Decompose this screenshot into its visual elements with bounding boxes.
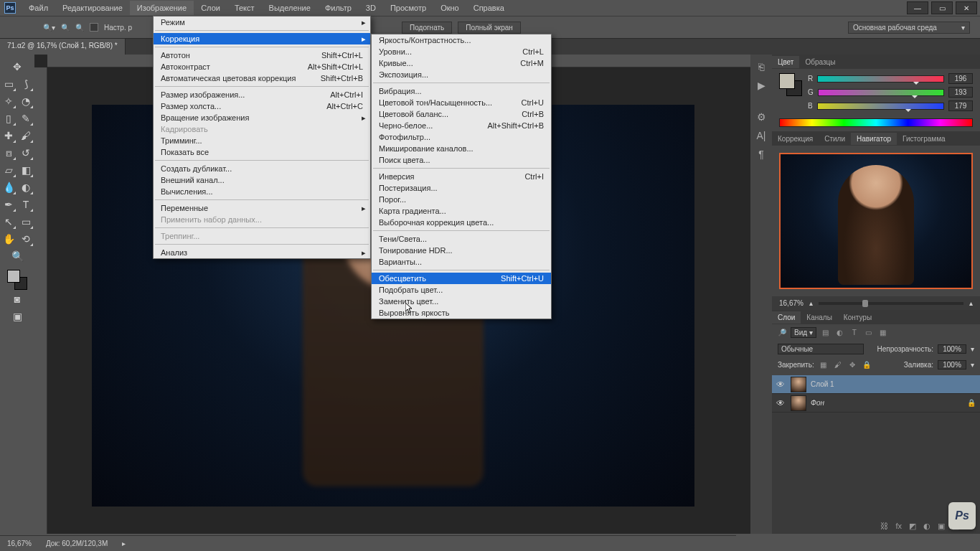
menu-item[interactable]: Выровнять яркость bbox=[372, 307, 551, 319]
zoom-out-small-icon[interactable]: ▴ bbox=[809, 299, 813, 307]
minimize-button[interactable]: — bbox=[907, 1, 928, 14]
shape-tool[interactable]: ▭ bbox=[18, 214, 34, 230]
paragraph-icon[interactable]: ¶ bbox=[755, 148, 768, 161]
channels-tab[interactable]: Каналы bbox=[801, 311, 838, 324]
menu-item[interactable]: Анализ▸ bbox=[154, 247, 370, 258]
opacity-value[interactable]: 100% bbox=[938, 344, 966, 354]
screenmode-icon[interactable]: ▣ bbox=[9, 309, 25, 324]
close-button[interactable]: ✕ bbox=[956, 1, 977, 14]
quickmask-icon[interactable]: ◙ bbox=[9, 291, 25, 307]
menu-item[interactable]: Вибрация... bbox=[372, 85, 551, 97]
menu-item[interactable]: Фотофильтр... bbox=[372, 131, 551, 143]
lasso-tool[interactable]: ⟆ bbox=[18, 76, 34, 92]
crop-tool[interactable]: ▯ bbox=[1, 110, 17, 126]
layer-item[interactable]: 👁 Слой 1 bbox=[772, 375, 980, 394]
adjustments-tab[interactable]: Коррекция bbox=[772, 133, 819, 145]
gradient-tool[interactable]: ◧ bbox=[18, 162, 34, 178]
filter-shape-icon[interactable]: ▭ bbox=[864, 329, 874, 336]
mask-icon[interactable]: ◩ bbox=[909, 522, 916, 531]
menu-item[interactable]: Яркость/Контрастность... bbox=[372, 34, 551, 46]
g-value[interactable]: 193 bbox=[948, 87, 973, 98]
paths-tab[interactable]: Контуры bbox=[838, 311, 877, 324]
actions-icon[interactable]: ▶ bbox=[755, 79, 768, 92]
histogram-tab[interactable]: Гистограмма bbox=[897, 133, 951, 145]
menu-изображение[interactable]: Изображение bbox=[130, 1, 194, 15]
swatches-tab[interactable]: Образцы bbox=[799, 56, 841, 68]
menu-окно[interactable]: Окно bbox=[433, 1, 466, 15]
eyedropper-tool[interactable]: ✎ bbox=[18, 110, 34, 126]
full-screen-button[interactable]: Полный экран bbox=[458, 22, 521, 34]
navigator-thumb[interactable] bbox=[779, 153, 973, 289]
menu-выделение[interactable]: Выделение bbox=[262, 1, 318, 15]
menu-слои[interactable]: Слои bbox=[194, 1, 227, 15]
stamp-tool[interactable]: ⧈ bbox=[1, 145, 17, 161]
fit-screen-button[interactable]: Подогнать bbox=[402, 22, 452, 34]
b-value[interactable]: 179 bbox=[948, 100, 973, 111]
visibility-icon[interactable]: 👁 bbox=[776, 398, 786, 408]
blur-tool[interactable]: 💧 bbox=[1, 179, 17, 195]
menu-текст[interactable]: Текст bbox=[227, 1, 262, 15]
menu-item[interactable]: Размер изображения...Alt+Ctrl+I bbox=[154, 89, 370, 100]
layers-tab[interactable]: Слои bbox=[772, 311, 801, 324]
menu-item[interactable]: Показать все bbox=[154, 146, 370, 158]
menu-справка[interactable]: Справка bbox=[466, 1, 512, 15]
menu-item[interactable]: Микширование каналов... bbox=[372, 143, 551, 154]
color-ramp[interactable] bbox=[779, 118, 973, 127]
document-tab[interactable]: 71.α2 @ 16,7% (Слой 1, RGB/8) * bbox=[0, 39, 126, 55]
fx-icon[interactable]: fx bbox=[895, 522, 902, 530]
group-icon[interactable]: ▣ bbox=[938, 522, 945, 531]
menu-файл[interactable]: Файл bbox=[22, 1, 55, 15]
menu-item[interactable]: Кривые...Ctrl+M bbox=[372, 57, 551, 69]
menu-item[interactable]: Цветовой тон/Насыщенность...Ctrl+U bbox=[372, 97, 551, 108]
lock-pixels-icon[interactable]: 🖌 bbox=[833, 361, 843, 369]
menu-просмотр[interactable]: Просмотр bbox=[383, 1, 433, 15]
menu-item[interactable]: Тримминг... bbox=[154, 135, 370, 146]
menu-item[interactable]: Размер холста...Alt+Ctrl+C bbox=[154, 100, 370, 112]
maximize-button[interactable]: ▭ bbox=[931, 1, 953, 14]
menu-item[interactable]: Карта градиента... bbox=[372, 205, 551, 217]
rotate-view-tool[interactable]: ⟲ bbox=[18, 231, 34, 247]
filter-adjust-icon[interactable]: ◐ bbox=[835, 329, 845, 336]
menu-item[interactable]: Уровни...Ctrl+L bbox=[372, 46, 551, 57]
menu-item[interactable]: Постеризация... bbox=[372, 182, 551, 194]
type-tool[interactable]: T bbox=[18, 197, 34, 212]
menu-item[interactable]: Режим▸ bbox=[154, 17, 370, 28]
r-value[interactable]: 196 bbox=[948, 73, 973, 84]
menu-item[interactable]: Переменные▸ bbox=[154, 202, 370, 214]
menu-item[interactable]: АвтоконтрастAlt+Shift+Ctrl+L bbox=[154, 61, 370, 72]
quick-select-tool[interactable]: ◔ bbox=[18, 93, 34, 109]
zoom-in-large-icon[interactable]: ▴ bbox=[969, 299, 973, 307]
menu-item[interactable]: ИнверсияCtrl+I bbox=[372, 171, 551, 182]
menu-item[interactable]: Тонирование HDR... bbox=[372, 245, 551, 256]
filter-kind-dropdown[interactable]: Вид ▾ bbox=[791, 327, 816, 338]
history-icon[interactable]: ⎗ bbox=[755, 60, 768, 73]
menu-item[interactable]: Выборочная коррекция цвета... bbox=[372, 217, 551, 228]
filter-smart-icon[interactable]: ▦ bbox=[878, 329, 888, 336]
zoom-in-icon[interactable]: 🔍 bbox=[61, 24, 70, 32]
menu-item[interactable]: Заменить цвет... bbox=[372, 296, 551, 307]
properties-icon[interactable]: ⚙ bbox=[755, 110, 768, 123]
lock-pos-icon[interactable]: ✥ bbox=[847, 361, 857, 369]
pen-tool[interactable]: ✒ bbox=[1, 197, 17, 212]
history-brush-tool[interactable]: ↺ bbox=[18, 145, 34, 161]
menu-item[interactable]: Порог... bbox=[372, 194, 551, 205]
path-tool[interactable]: ↖ bbox=[1, 214, 17, 230]
menu-item[interactable]: ОбесцветитьShift+Ctrl+U bbox=[372, 273, 551, 284]
nav-zoom-value[interactable]: 16,67% bbox=[779, 299, 804, 307]
filter-pixel-icon[interactable]: ▤ bbox=[821, 329, 831, 336]
menu-item[interactable]: Вращение изображения▸ bbox=[154, 112, 370, 123]
menu-item[interactable]: Подобрать цвет... bbox=[372, 284, 551, 296]
character-icon[interactable]: A| bbox=[755, 129, 768, 142]
menu-item[interactable]: Черно-белое...Alt+Shift+Ctrl+B bbox=[372, 120, 551, 131]
zoom-tool[interactable]: 🔍 bbox=[9, 248, 25, 264]
healing-tool[interactable]: ✚ bbox=[1, 128, 17, 143]
menu-item[interactable]: Вычисления... bbox=[154, 186, 370, 197]
workspace-dropdown[interactable]: Основная рабочая среда▾ bbox=[848, 22, 970, 34]
menu-item[interactable]: Коррекция▸ bbox=[154, 33, 370, 44]
menu-редактирование[interactable]: Редактирование bbox=[55, 1, 130, 15]
magic-wand-tool[interactable]: ✧ bbox=[1, 93, 17, 109]
brush-tool[interactable]: 🖌 bbox=[18, 128, 34, 143]
link-icon[interactable]: ⛓ bbox=[880, 522, 888, 530]
menu-item[interactable]: Цветовой баланс...Ctrl+B bbox=[372, 108, 551, 120]
nav-zoom-slider[interactable] bbox=[819, 302, 963, 305]
